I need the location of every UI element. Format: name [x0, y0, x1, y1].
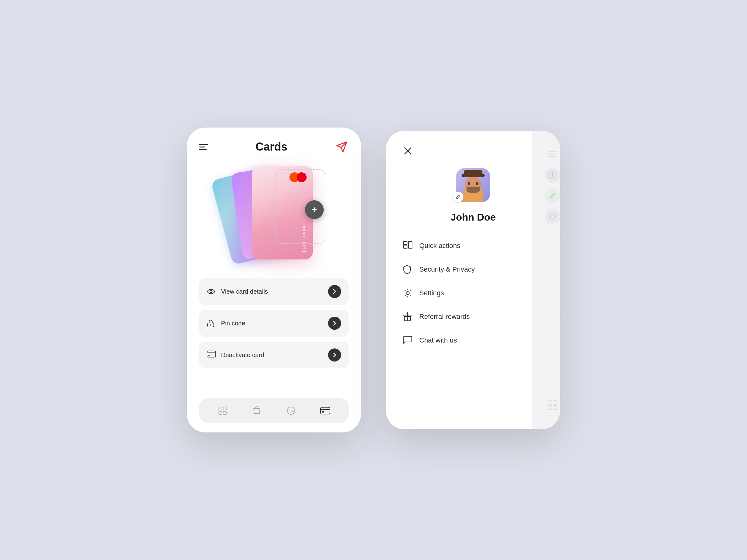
svg-rect-30 [403, 245, 407, 248]
lock-icon [207, 319, 215, 328]
eye-icon [207, 287, 215, 296]
plus-icon: + [312, 205, 317, 215]
svg-point-0 [208, 289, 214, 294]
svg-rect-7 [219, 407, 222, 410]
menu-referral-rewards[interactable]: Referral rewards [400, 306, 546, 327]
menu-list: Quick actions Security & Privacy [400, 236, 546, 351]
svg-rect-8 [223, 407, 226, 410]
menu-security-privacy[interactable]: Security & Privacy [400, 259, 546, 280]
deactivate-card-arrow[interactable] [328, 348, 341, 362]
peek-leaf [545, 188, 560, 204]
nav-chart[interactable] [284, 403, 299, 418]
referral-rewards-label: Referral rewards [419, 313, 470, 321]
menu-settings[interactable]: Settings [400, 283, 546, 303]
view-card-details-item[interactable]: View card details [199, 278, 349, 305]
svg-point-3 [210, 324, 211, 326]
action-left: Deactivate card [207, 351, 264, 359]
user-name: John Doe [450, 212, 496, 223]
svg-rect-4 [207, 351, 216, 357]
gear-icon [403, 288, 412, 298]
view-card-details-arrow[interactable] [328, 285, 341, 298]
gift-icon [403, 312, 412, 321]
pin-code-item[interactable]: Pin code [199, 310, 349, 337]
action-left: Pin code [207, 319, 245, 328]
svg-rect-9 [219, 411, 222, 415]
close-button[interactable] [400, 143, 415, 159]
svg-rect-10 [223, 411, 226, 415]
svg-rect-12 [320, 407, 330, 414]
svg-rect-24 [553, 401, 557, 404]
quick-actions-label: Quick actions [419, 242, 460, 250]
svg-rect-25 [548, 406, 552, 409]
deactivate-card-label: Deactivate card [221, 351, 264, 359]
menu-quick-actions[interactable]: Quick actions [400, 236, 546, 256]
deactivate-card-icon [207, 351, 215, 359]
chat-with-us-label: Chat with us [419, 336, 457, 344]
phone-header: Cards [199, 140, 349, 154]
nav-home[interactable] [215, 403, 230, 418]
avatar-container [456, 168, 490, 202]
svg-text:✓: ✓ [550, 215, 553, 218]
page-title: Cards [256, 140, 287, 153]
security-privacy-label: Security & Privacy [419, 265, 475, 273]
deactivate-card-item[interactable]: Deactivate card [199, 342, 349, 368]
nav-cards[interactable] [318, 403, 333, 418]
svg-rect-23 [548, 401, 552, 404]
svg-rect-14 [322, 411, 324, 412]
pin-code-arrow[interactable] [328, 317, 341, 330]
svg-rect-6 [208, 355, 210, 355]
peek-plus [545, 167, 560, 183]
profile-section: John Doe [400, 168, 546, 223]
card-stack: 1191 + [227, 163, 320, 256]
action-left: View card details [207, 287, 268, 296]
svg-rect-31 [408, 241, 412, 248]
edit-icon[interactable] [453, 192, 463, 202]
settings-label: Settings [419, 289, 444, 297]
bottom-nav [199, 398, 349, 423]
right-phone: ✓ [386, 131, 560, 429]
shield-icon [403, 265, 412, 274]
svg-point-32 [406, 292, 409, 295]
view-card-details-label: View card details [221, 288, 268, 295]
svg-rect-26 [553, 406, 557, 409]
add-card-button[interactable]: + [305, 201, 324, 219]
peek-badge: ✓ [545, 209, 560, 224]
send-icon[interactable] [335, 140, 349, 154]
cards-area: 1191 + [199, 163, 349, 269]
menu-chat-with-us[interactable]: Chat with us [400, 330, 546, 351]
svg-rect-29 [403, 241, 407, 244]
nav-shop[interactable] [249, 403, 264, 418]
svg-point-1 [210, 291, 212, 293]
quick-actions-icon [403, 241, 412, 250]
hamburger-icon[interactable] [199, 144, 208, 150]
pin-code-label: Pin code [221, 320, 245, 327]
action-list: View card details [199, 278, 349, 392]
chat-icon [403, 336, 412, 345]
main-scene: Cards [0, 0, 747, 560]
left-phone: Cards [187, 128, 361, 432]
